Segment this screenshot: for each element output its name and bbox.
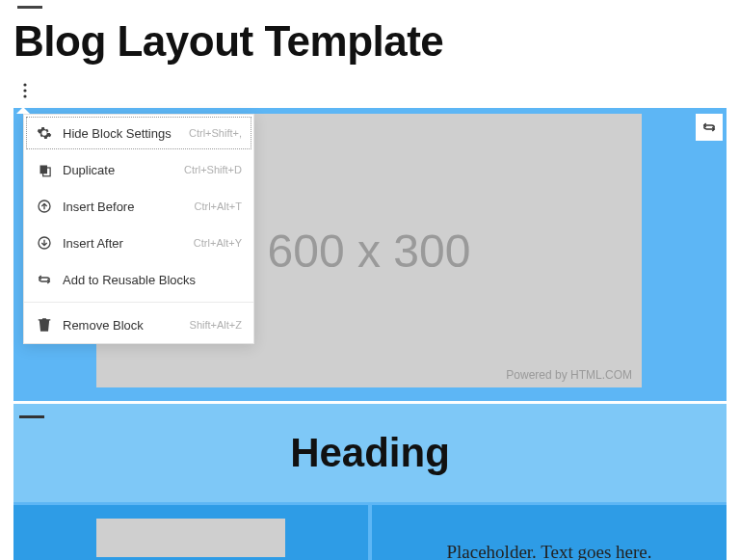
menu-label: Insert Before	[63, 200, 184, 214]
reusable-block-button[interactable]	[696, 114, 723, 141]
menu-separator	[24, 302, 253, 303]
column-left[interactable]	[13, 505, 368, 560]
loop-icon	[701, 121, 717, 133]
menu-item-insert-before[interactable]: Insert Before Ctrl+Alt+T	[24, 188, 253, 225]
menu-shortcut: Ctrl+Alt+Y	[194, 237, 242, 249]
svg-point-0	[23, 83, 26, 86]
page-title: Blog Layout Template	[13, 17, 443, 66]
heading-text: Heading	[290, 430, 450, 476]
copy-icon	[36, 161, 53, 178]
columns-row: Placeholder. Text goes here.	[13, 505, 727, 560]
menu-label: Insert After	[63, 236, 184, 251]
menu-label: Remove Block	[63, 318, 180, 333]
block-options-menu: Hide Block Settings Ctrl+Shift+, Duplica…	[23, 114, 254, 344]
heading-block[interactable]: Heading	[13, 404, 727, 502]
menu-shortcut: Ctrl+Alt+T	[194, 200, 242, 212]
menu-shortcut: Ctrl+Shift+D	[184, 164, 242, 175]
placeholder-dimensions: 600 x 300	[268, 225, 471, 278]
after-icon	[36, 234, 53, 252]
menu-label: Duplicate	[63, 163, 174, 177]
trash-icon	[36, 316, 53, 333]
menu-item-reusable[interactable]: Add to Reusable Blocks	[24, 261, 253, 298]
menu-item-hide-settings[interactable]: Hide Block Settings Ctrl+Shift+,	[24, 115, 253, 151]
placeholder-text: Placeholder. Text goes here.	[446, 519, 651, 547]
menu-item-duplicate[interactable]: Duplicate Ctrl+Shift+D	[24, 151, 253, 188]
heading-dash	[19, 415, 44, 418]
menu-shortcut: Ctrl+Shift+,	[189, 127, 242, 139]
placeholder-credit: Powered by HTML.COM	[506, 368, 632, 382]
menu-label: Hide Block Settings	[63, 126, 179, 141]
top-dash	[17, 6, 42, 9]
menu-item-insert-after[interactable]: Insert After Ctrl+Alt+Y	[24, 225, 253, 261]
gear-icon	[36, 124, 53, 142]
menu-shortcut: Shift+Alt+Z	[190, 319, 242, 331]
before-icon	[36, 198, 53, 215]
loop-icon	[36, 271, 53, 288]
svg-point-1	[23, 89, 26, 92]
menu-item-remove[interactable]: Remove Block Shift+Alt+Z	[24, 307, 253, 343]
more-vertical-icon	[23, 83, 27, 98]
column-right[interactable]: Placeholder. Text goes here.	[372, 505, 727, 560]
svg-point-2	[23, 94, 26, 97]
image-placeholder-small	[96, 519, 285, 557]
menu-label: Add to Reusable Blocks	[63, 273, 232, 287]
